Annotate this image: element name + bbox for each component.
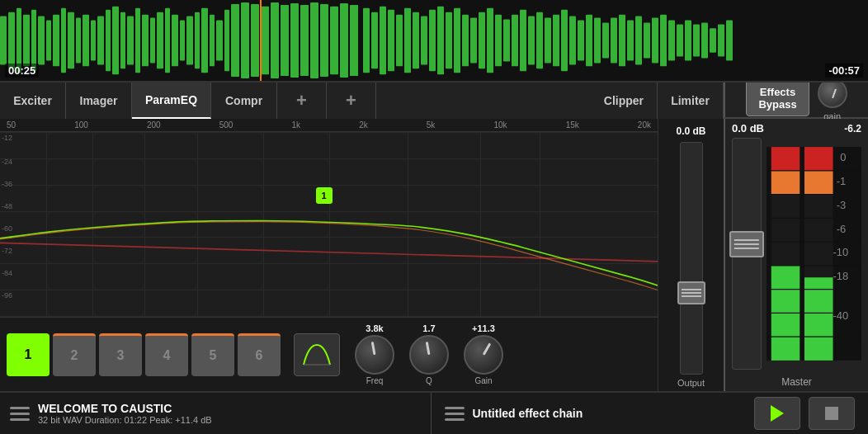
band-btn-5[interactable]: 5 xyxy=(191,333,234,376)
svg-rect-58 xyxy=(470,18,477,64)
svg-rect-76 xyxy=(619,15,625,67)
waveform-area: 00:25 -00:57 xyxy=(0,0,868,83)
tab-add-2[interactable]: + xyxy=(327,83,376,119)
stop-button[interactable] xyxy=(809,397,855,430)
svg-rect-85 xyxy=(693,24,700,56)
svg-rect-6 xyxy=(38,17,45,65)
eq-freq-labels: 50100200500 1k2k5k10k 15k20k xyxy=(0,119,658,132)
q-label: Q xyxy=(426,376,432,385)
svg-rect-24 xyxy=(172,15,178,67)
svg-rect-33 xyxy=(241,2,249,78)
bell-shape-button[interactable] xyxy=(294,333,340,376)
svg-text:-1: -1 xyxy=(837,175,847,187)
waveform-svg xyxy=(0,0,868,81)
gain-knob[interactable] xyxy=(818,78,847,108)
svg-rect-97 xyxy=(771,147,800,171)
svg-rect-11 xyxy=(76,18,81,64)
svg-rect-38 xyxy=(290,3,299,78)
eq-gain-knob[interactable] xyxy=(464,335,503,375)
gain-knob-group: +11.3 Gain xyxy=(464,323,503,385)
svg-rect-8 xyxy=(53,15,59,67)
svg-rect-83 xyxy=(677,24,683,56)
svg-rect-15 xyxy=(106,10,111,71)
svg-rect-42 xyxy=(330,7,338,74)
svg-rect-21 xyxy=(150,18,155,64)
svg-rect-45 xyxy=(363,8,370,73)
hamburger-menu-icon-2[interactable] xyxy=(445,407,465,421)
tab-add-1[interactable]: + xyxy=(277,83,327,119)
freq-label: Freq xyxy=(366,376,384,385)
svg-rect-48 xyxy=(388,10,394,71)
svg-rect-47 xyxy=(380,7,386,74)
tab-limiter[interactable]: Limiter xyxy=(658,83,724,119)
band-btn-2[interactable]: 2 xyxy=(53,333,96,376)
svg-rect-73 xyxy=(594,18,601,64)
output-fader-track[interactable] xyxy=(680,142,703,375)
svg-rect-19 xyxy=(135,8,140,73)
eq-gain-label: Gain xyxy=(474,376,492,385)
svg-rect-88 xyxy=(718,24,724,56)
freq-value: 3.8k xyxy=(366,323,383,333)
svg-rect-80 xyxy=(652,18,658,64)
svg-rect-59 xyxy=(479,12,485,69)
svg-rect-40 xyxy=(310,2,318,78)
svg-rect-52 xyxy=(421,17,427,65)
master-meters: 0 -1 -3 -6 -10 -18 -40 xyxy=(725,134,868,373)
svg-rect-78 xyxy=(635,17,642,65)
svg-rect-60 xyxy=(487,8,493,73)
tab-compr[interactable]: Compr xyxy=(211,83,277,119)
master-fader-handle[interactable] xyxy=(729,231,764,257)
svg-rect-13 xyxy=(91,21,96,61)
play-button[interactable] xyxy=(754,397,800,430)
svg-rect-50 xyxy=(404,8,411,73)
master-fader-track[interactable] xyxy=(732,138,762,370)
stop-icon xyxy=(825,407,838,420)
band-btn-4[interactable]: 4 xyxy=(145,333,188,376)
svg-rect-22 xyxy=(157,12,163,69)
svg-rect-29 xyxy=(210,15,215,67)
svg-rect-2 xyxy=(8,12,15,69)
play-icon xyxy=(771,405,784,422)
svg-rect-23 xyxy=(165,8,170,73)
master-panel: 0.0 dB -6.2 xyxy=(724,119,868,391)
tab-parameq[interactable]: ParamEQ xyxy=(132,83,211,119)
svg-rect-57 xyxy=(462,15,469,67)
band-btn-3[interactable]: 3 xyxy=(99,333,142,376)
band-1-marker[interactable]: 1 xyxy=(316,187,333,204)
svg-rect-54 xyxy=(437,7,444,74)
svg-text:-10: -10 xyxy=(833,246,849,258)
output-fader-handle[interactable] xyxy=(677,281,705,304)
band-buttons: 1 2 3 4 5 6 xyxy=(7,333,281,376)
freq-knob[interactable] xyxy=(355,335,394,375)
svg-rect-43 xyxy=(340,3,348,78)
effects-bypass-area: EffectsBypass gain xyxy=(724,83,868,117)
hamburger-menu-icon[interactable] xyxy=(10,407,30,421)
tab-clipper[interactable]: Clipper xyxy=(591,83,658,119)
eq-grid[interactable]: -12 -24 -36 -48 -60 -72 -84 -96 1 xyxy=(0,132,658,317)
time-end: -00:57 xyxy=(825,64,863,78)
svg-rect-62 xyxy=(503,20,510,62)
q-knob-group: 1.7 Q xyxy=(409,323,449,385)
svg-rect-71 xyxy=(578,21,584,61)
svg-rect-67 xyxy=(545,18,551,64)
q-knob[interactable] xyxy=(409,335,449,375)
svg-rect-41 xyxy=(320,4,328,77)
svg-rect-7 xyxy=(46,21,51,61)
band-btn-6[interactable]: 6 xyxy=(238,333,281,376)
svg-rect-55 xyxy=(446,12,452,69)
output-label: Output xyxy=(677,378,705,388)
tab-exciter[interactable]: Exciter xyxy=(0,83,66,119)
svg-rect-74 xyxy=(602,22,609,58)
tab-imager[interactable]: Imager xyxy=(66,83,132,119)
svg-rect-98 xyxy=(804,147,833,171)
band-btn-1[interactable]: 1 xyxy=(7,333,50,376)
svg-rect-56 xyxy=(454,8,460,73)
freq-knob-group: 3.8k Freq xyxy=(355,323,394,385)
svg-rect-16 xyxy=(112,7,119,74)
effects-bypass-button[interactable]: EffectsBypass xyxy=(746,80,809,116)
status-subtitle: 32 bit WAV Duration: 01:22 Peak: +11.4 d… xyxy=(38,415,212,425)
svg-text:-18: -18 xyxy=(833,270,849,282)
svg-rect-14 xyxy=(97,17,104,65)
svg-rect-4 xyxy=(23,15,30,67)
svg-rect-17 xyxy=(120,12,125,69)
